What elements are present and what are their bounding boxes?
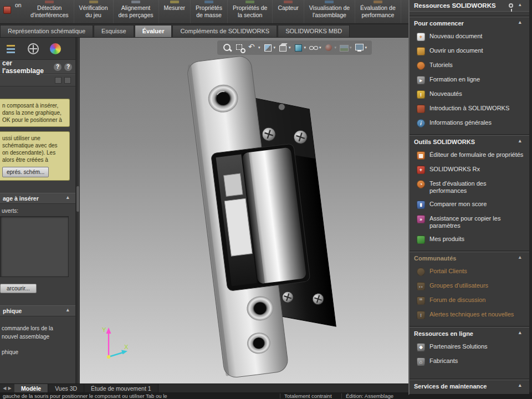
task-pane-item[interactable]: Partenaires Solutions	[410, 340, 529, 354]
panel-splitter[interactable]	[76, 38, 79, 383]
tab-scroll-right-icon[interactable]: ▶	[8, 386, 12, 391]
task-pane-item[interactable]: Nouveautés	[410, 87, 529, 101]
ribbon-button[interactable]: Propriétés de la section	[228, 0, 273, 23]
pin-icon[interactable]	[509, 3, 513, 8]
displaymanager-tab-icon[interactable]	[50, 43, 61, 54]
hud-tool[interactable]	[222, 43, 232, 52]
section-header[interactable]: Communautés	[410, 252, 529, 264]
task-pane-item[interactable]: Informations générales	[410, 116, 529, 130]
command-tab[interactable]: SOLIDWORKS MBD	[278, 25, 350, 37]
zoom-to-area-icon	[235, 43, 245, 52]
section-header[interactable]: Pour commencer	[410, 17, 529, 29]
task-pane-item[interactable]: Comparer mon score	[410, 197, 529, 212]
ribbon-button[interactable]: Détection d'interférences	[25, 0, 74, 23]
section-properties-icon	[245, 1, 254, 3]
command-tab-label: Représentation schématique	[8, 28, 85, 34]
model-tab[interactable]: Vues 3D	[48, 384, 84, 392]
general-info-icon	[417, 119, 425, 127]
propertymanager-tab-icon[interactable]	[28, 43, 39, 54]
customer-portal-icon	[417, 268, 425, 276]
hud-tool[interactable]: ▾	[278, 43, 291, 52]
item-label: SOLIDWORKS Rx	[429, 166, 480, 173]
task-pane-item[interactable]: Fabricants	[410, 354, 529, 369]
ribbon-button[interactable]: Visualisation de l'assemblage	[304, 0, 355, 23]
status-separator	[280, 393, 280, 398]
task-pane-item[interactable]: Alertes techniques et nouvelles	[410, 308, 529, 322]
collapse-chevron-icon[interactable]	[66, 308, 73, 314]
discussion-forum-icon	[417, 296, 425, 305]
tab-scroll-left-icon[interactable]: ◀	[3, 386, 6, 391]
open-documents-listbox[interactable]	[0, 216, 69, 277]
section-header[interactable]: Ressources en ligne	[410, 328, 529, 340]
task-pane-item[interactable]: Nouveau document	[410, 29, 529, 44]
assembly-visualization-icon	[325, 1, 334, 3]
ribbon-button[interactable]: Alignement des perçages	[114, 0, 159, 23]
command-tab[interactable]: Évaluer	[135, 25, 172, 37]
pm-toolbar-button[interactable]	[55, 77, 62, 84]
ribbon-button[interactable]: Mesurer	[159, 0, 191, 23]
item-label: Test d'évaluation des performances	[429, 180, 525, 195]
ribbon-button[interactable]: Capteur	[273, 0, 304, 23]
command-tab[interactable]: Représentation schématique	[0, 25, 93, 37]
task-pane-item[interactable]: Portail Clients	[410, 264, 529, 279]
apply-scene-icon	[339, 43, 349, 52]
task-pane-item[interactable]: Introduction à SOLIDWORKS	[410, 101, 529, 116]
browse-button[interactable]: arcourir...	[0, 284, 37, 293]
collapse-chevron-icon[interactable]	[518, 2, 525, 9]
hud-tool[interactable]: ▾	[309, 43, 321, 52]
task-pane-item[interactable]: Tutoriels	[410, 58, 529, 73]
task-pane-item[interactable]: Formation en ligne	[410, 73, 529, 87]
pm-whats-this-icon[interactable]: ?	[64, 63, 72, 71]
hud-tool[interactable]: ▾	[355, 43, 367, 52]
task-pane-item[interactable]: Mes produits	[410, 232, 529, 247]
model-tab[interactable]: Modèle	[14, 384, 48, 392]
hud-tool[interactable]: ▾	[294, 43, 306, 52]
ribbon-button[interactable]: Propriétés de masse	[191, 0, 228, 23]
collapse-chevron-icon[interactable]	[518, 330, 525, 337]
pm-message-line: ussi utiliser une	[2, 135, 67, 142]
task-pane-item[interactable]: Assistance pour copier les paramètres	[410, 212, 529, 232]
hud-tool[interactable]: ▾	[248, 43, 260, 52]
y-arrowhead	[106, 328, 111, 334]
option-checkbox-text-2[interactable]: phique	[2, 348, 75, 356]
task-pane-item[interactable]: Forum de discussion	[410, 293, 529, 308]
task-pane-item[interactable]: Éditeur de formulaire de propriétés	[410, 148, 529, 162]
section-ressources-en-ligne: Ressources en ligne Partenaires Solution…	[410, 327, 529, 369]
command-tab[interactable]: Compléments de SOLIDWORKS	[172, 25, 277, 37]
task-pane-item[interactable]: SOLIDWORKS Rx	[410, 162, 529, 177]
task-pane-item[interactable]: Test d'évaluation des performances	[410, 177, 529, 197]
pm-message-box-1: n composant à insérer, dans la zone grap…	[0, 99, 70, 127]
model-tab[interactable]: Étude de mouvement 1	[84, 384, 158, 392]
section-header[interactable]: Outils SOLIDWORKS	[410, 136, 529, 148]
hud-tool[interactable]	[235, 43, 245, 52]
ribbon-button[interactable]: Évaluation de performance	[355, 0, 401, 23]
task-pane: Ressources SOLIDWORKS Pour commencer Nou…	[408, 0, 529, 395]
cropped-ribbon-icon[interactable]	[3, 6, 11, 14]
collapse-chevron-icon[interactable]	[66, 195, 73, 202]
option-checkbox-text[interactable]: commande lors de la nouvel assemblage	[0, 324, 75, 341]
item-label: Nouveau document	[429, 33, 482, 40]
hud-tool[interactable]: ▾	[263, 43, 276, 52]
collapse-chevron-icon[interactable]	[518, 20, 525, 27]
rx-icon	[417, 166, 425, 174]
collapse-chevron-icon[interactable]	[518, 383, 525, 390]
section-title: Communautés	[414, 255, 456, 262]
model-tab-label: Étude de mouvement 1	[91, 385, 151, 392]
task-pane-item[interactable]: Ouvrir un document	[410, 44, 529, 58]
collapse-chevron-icon[interactable]	[518, 139, 525, 145]
create-schematic-button[interactable]: eprés. schém...	[2, 167, 49, 177]
ribbon-button[interactable]: Vérification du jeu	[74, 0, 114, 23]
task-pane-item[interactable]: Groupes d'utilisateurs	[410, 279, 529, 293]
pm-toolbar-button[interactable]	[64, 77, 71, 84]
hud-tool[interactable]: ▾	[339, 43, 352, 52]
collapse-chevron-icon[interactable]	[518, 255, 525, 262]
section-header[interactable]: Services de maintenance	[410, 380, 529, 392]
constraint-status: Totalement contraint	[284, 393, 337, 399]
featuremanager-tab-icon[interactable]	[6, 43, 17, 54]
pm-help-icon[interactable]: ?	[54, 63, 62, 71]
option-line: nouvel assemblage	[2, 332, 75, 341]
pm-toolbar	[0, 74, 75, 86]
graphics-viewport[interactable]: ▾ ▾ ▾ ▾ ▾	[80, 38, 408, 383]
command-tab[interactable]: Esquisse	[94, 25, 134, 37]
hud-tool[interactable]: ▾	[324, 43, 337, 52]
